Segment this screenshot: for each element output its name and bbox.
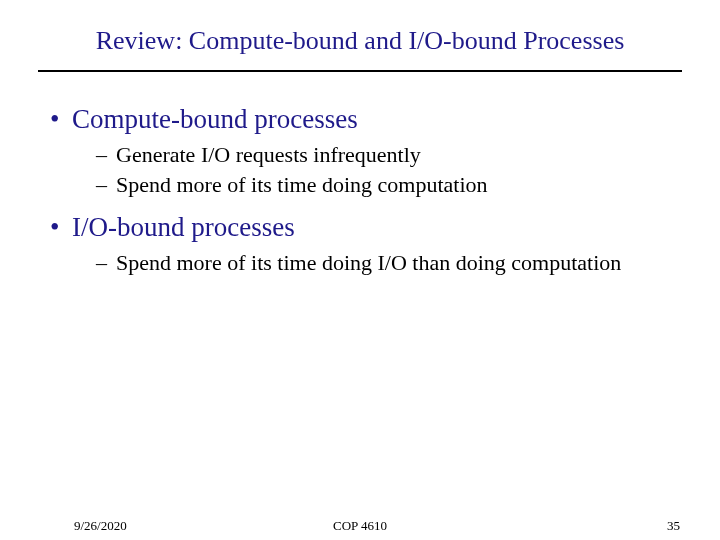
sub-bullet: Spend more of its time doing I/O than do… <box>96 249 670 277</box>
footer-date: 9/26/2020 <box>74 518 127 534</box>
footer-page-number: 35 <box>667 518 680 534</box>
footer-course: COP 4610 <box>333 518 387 534</box>
sub-bullet: Generate I/O requests infrequently <box>96 141 670 169</box>
bullet-io-bound: I/O-bound processes <box>50 212 670 243</box>
slide-content: Compute-bound processes Generate I/O req… <box>0 72 720 277</box>
slide: Review: Compute-bound and I/O-bound Proc… <box>0 0 720 540</box>
slide-title: Review: Compute-bound and I/O-bound Proc… <box>0 0 720 66</box>
sub-bullet: Spend more of its time doing computation <box>96 171 670 199</box>
bullet-compute-bound: Compute-bound processes <box>50 104 670 135</box>
